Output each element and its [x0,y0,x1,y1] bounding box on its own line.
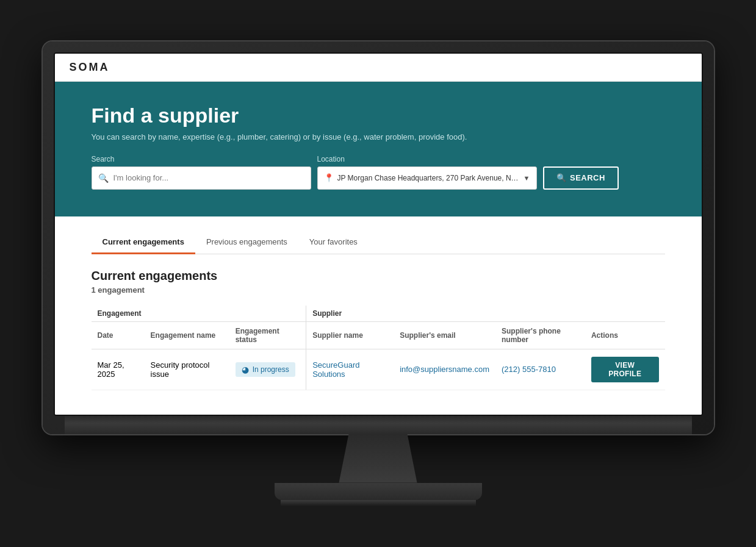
search-button[interactable]: 🔍 SEARCH [543,166,619,190]
search-icon: 🔍 [98,173,109,183]
monitor-bottom-bar [65,416,692,434]
supplier-name-link[interactable]: SecureGuard Solutions [312,360,359,379]
search-button-icon: 🔍 [556,173,567,182]
col-supplier-name: Supplier name [306,321,394,349]
chevron-down-icon: ▼ [524,174,530,182]
supplier-group-header: Supplier [306,306,665,322]
screen: SOMA Find a supplier You can search by n… [54,52,703,416]
tab-your-favorites[interactable]: Your favorites [298,231,369,254]
section-title: Current engagements [92,269,665,283]
hero-title: Find a supplier [92,104,665,127]
monitor-stand-base [275,483,482,500]
monitor-wrapper: SOMA Find a supplier You can search by n… [43,41,714,506]
location-pin-icon: 📍 [324,173,334,182]
location-label: Location [317,155,537,163]
status-badge: ◕ In progress [236,362,295,377]
status-label: In progress [253,365,289,374]
tab-previous-engagements[interactable]: Previous engagements [195,231,298,254]
view-profile-button[interactable]: VIEW PROFILE [591,357,659,382]
monitor-stand-reflection [281,500,476,506]
engagement-group-header: Engagement [92,306,306,322]
app-logo: SOMA [70,61,687,74]
row-date: Mar 25, 2025 [92,349,145,390]
current-engagements-section: Current engagements 1 engagement Engagem… [92,269,665,390]
row-supplier-name: SecureGuard Solutions [306,349,394,390]
engagement-count: 1 engagement [92,285,665,295]
hero-subtitle: You can search by name, expertise (e.g.,… [92,132,665,141]
location-group: Location 📍 JP Morgan Chase Headquarters,… [317,155,537,190]
col-engagement-name: Engagement name [145,321,229,349]
supplier-phone-link[interactable]: (212) 555-7810 [502,365,556,374]
tabs-row: Current engagements Previous engagements… [92,231,665,254]
monitor-stand-neck [329,434,427,483]
hero-section: Find a supplier You can search by name, … [55,82,702,216]
engagements-table: Engagement Supplier Date Engagement name… [92,306,665,390]
row-engagement-name: Security protocol issue [145,349,229,390]
monitor-bezel: SOMA Find a supplier You can search by n… [43,41,714,434]
table-group-header: Engagement Supplier [92,306,665,322]
col-supplier-email: Supplier's email [394,321,495,349]
col-engagement-status: Engagement status [229,321,306,349]
search-input-wrapper[interactable]: 🔍 [92,166,311,190]
app-header: SOMA [55,54,702,82]
table-row: Mar 25, 2025 Security protocol issue ◕ I… [92,349,665,390]
col-actions: Actions [585,321,665,349]
row-actions: VIEW PROFILE [585,349,665,390]
tab-current-engagements[interactable]: Current engagements [92,231,195,254]
search-group: Search 🔍 [92,155,311,190]
row-supplier-email: info@suppliersname.com [394,349,495,390]
search-row: Search 🔍 Location 📍 JP Morgan Chase Head… [92,155,665,190]
search-label: Search [92,155,311,163]
row-engagement-status: ◕ In progress [229,349,306,390]
search-button-label: SEARCH [570,173,605,182]
content-area: Current engagements Previous engagements… [55,216,702,415]
supplier-email-link[interactable]: info@suppliersname.com [400,365,489,374]
in-progress-icon: ◕ [242,365,249,374]
col-supplier-phone: Supplier's phone number [495,321,585,349]
col-date: Date [92,321,145,349]
table-body: Mar 25, 2025 Security protocol issue ◕ I… [92,349,665,390]
location-input-wrapper[interactable]: 📍 JP Morgan Chase Headquarters, 270 Park… [317,166,537,190]
table-col-headers: Date Engagement name Engagement status S… [92,321,665,349]
search-input[interactable] [113,173,304,182]
row-supplier-phone: (212) 555-7810 [495,349,585,390]
location-value: JP Morgan Chase Headquarters, 270 Park A… [337,174,520,182]
